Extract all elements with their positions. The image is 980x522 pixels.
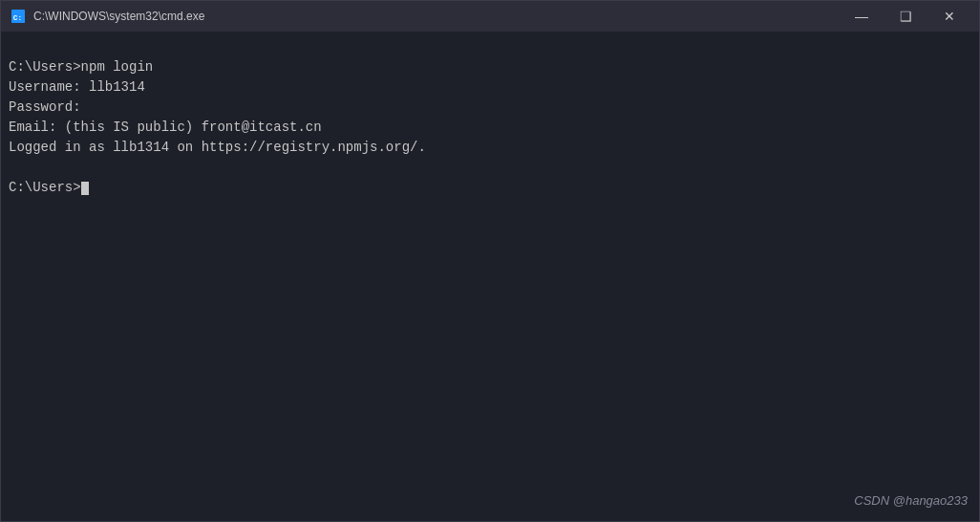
terminal-line-email: Email: (this IS public) front@itcast.cn — [9, 118, 971, 138]
terminal-line-npm-login: C:\Users>npm login — [9, 57, 971, 77]
cmd-window: C: C:\WINDOWS\system32\cmd.exe — ❑ ✕ C:\… — [0, 0, 980, 522]
terminal-line-username: Username: llb1314 — [9, 77, 971, 98]
maximize-button[interactable]: ❑ — [884, 1, 927, 32]
terminal-body[interactable]: C:\Users>npm login Username: llb1314 Pas… — [1, 32, 979, 521]
terminal-line-logged-in: Logged in as llb1314 on https://registry… — [9, 138, 971, 158]
title-bar-title: C:\WINDOWS\system32\cmd.exe — [33, 10, 204, 23]
terminal-line-password: Password: — [9, 98, 971, 118]
cursor — [81, 182, 89, 195]
watermark: CSDN @hangao233 — [854, 491, 968, 511]
terminal-line-blank2 — [9, 158, 971, 178]
minimize-button[interactable]: — — [840, 1, 884, 32]
terminal-line-prompt: C:\Users> — [9, 178, 971, 198]
svg-text:C:: C: — [13, 13, 22, 22]
close-button[interactable]: ✕ — [927, 1, 971, 32]
terminal-line-blank1 — [9, 37, 971, 57]
title-bar-left: C: C:\WINDOWS\system32\cmd.exe — [11, 9, 204, 24]
title-bar: C: C:\WINDOWS\system32\cmd.exe — ❑ ✕ — [1, 1, 979, 32]
title-bar-controls: — ❑ ✕ — [840, 1, 971, 32]
cmd-icon: C: — [11, 9, 26, 24]
